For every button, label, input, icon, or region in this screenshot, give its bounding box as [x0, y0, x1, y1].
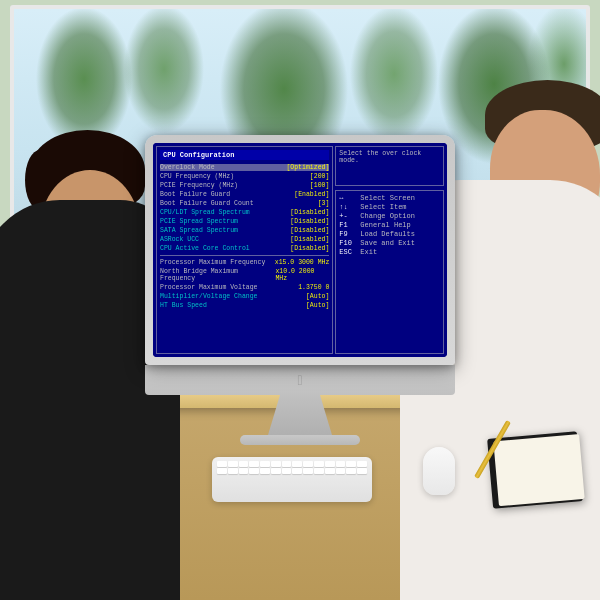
bios-info-box: Select the over clock mode. — [335, 146, 444, 186]
bios-row-cpuspread[interactable]: CPU/LDT Spread Spectrum [Disabled] — [160, 209, 329, 216]
bios-row-cpufreq[interactable]: CPU Frequency (MHz) [200] — [160, 173, 329, 180]
bios-label-procmaxfreq: Processor Maximum Frequency — [160, 259, 265, 266]
bios-left-panel: CPU Configuration Overclock Mode [Optimi… — [156, 146, 333, 354]
bios-row-pciespread[interactable]: PCIE Spread Spectrum [Disabled] — [160, 218, 329, 225]
key — [303, 461, 313, 467]
bios-label-multivolt: Multiplier/Voltage Change — [160, 293, 258, 300]
bios-row-corecontrol[interactable]: CPU Active Core Control [Disabled] — [160, 245, 329, 252]
keyboard-keys — [212, 457, 372, 478]
key — [260, 468, 270, 474]
help-desc-change: Change Option — [360, 212, 415, 220]
mouse — [423, 447, 455, 495]
help-key-arrows: ↔ — [339, 194, 357, 202]
key — [271, 468, 281, 474]
help-key-f9: F9 — [339, 230, 357, 238]
bios-row-voltage: Processor Maximum Voltage 1.3750 0 — [160, 284, 329, 291]
bios-value-northbridge: x10.0 2000 MHz — [275, 268, 329, 282]
bios-value-procmaxfreq: x15.0 3000 MHz — [275, 259, 330, 266]
imac-screen-outer: CPU Configuration Overclock Mode [Optimi… — [145, 135, 455, 365]
bios-value-sataspread: [Disabled] — [290, 227, 329, 234]
bios-row-bootguard[interactable]: Boot Failure Guard [Enabled] — [160, 191, 329, 198]
bios-value-pciespread: [Disabled] — [290, 218, 329, 225]
key — [228, 468, 238, 474]
bios-help-f10: F10 Save and Exit — [339, 239, 440, 247]
bios-row-overclock[interactable]: Overclock Mode [Optimized] — [160, 164, 329, 171]
key — [260, 461, 270, 467]
bios-label-cpufreq: CPU Frequency (MHz) — [160, 173, 234, 180]
key — [249, 468, 259, 474]
imac-chin:  — [145, 365, 455, 395]
key — [239, 461, 249, 467]
apple-logo-icon:  — [297, 372, 302, 388]
key — [239, 468, 249, 474]
bios-right-panel: Select the over clock mode. ↔ Select Scr… — [335, 146, 444, 354]
help-desc-f9: Load Defaults — [360, 230, 415, 238]
bios-display: CPU Configuration Overclock Mode [Optimi… — [153, 143, 447, 357]
help-key-f1: F1 — [339, 221, 357, 229]
key — [357, 468, 367, 474]
key — [325, 468, 335, 474]
key — [303, 468, 313, 474]
bios-row-sataspread[interactable]: SATA Spread Spectrum [Disabled] — [160, 227, 329, 234]
bios-value-bootguardcount: [3] — [318, 200, 330, 207]
bios-row-htbus[interactable]: HT Bus Speed [Auto] — [160, 302, 329, 309]
bios-label-cpuspread: CPU/LDT Spread Spectrum — [160, 209, 250, 216]
bios-help-select-screen: ↔ Select Screen — [339, 194, 440, 202]
bios-value-corecontrol: [Disabled] — [290, 245, 329, 252]
key — [217, 468, 227, 474]
key — [357, 461, 367, 467]
bios-label-asrockucc: ASRock UCC — [160, 236, 199, 243]
bios-label-overclock: Overclock Mode — [160, 164, 215, 171]
help-desc-esc: Exit — [360, 248, 377, 256]
bios-help-f9: F9 Load Defaults — [339, 230, 440, 238]
help-desc-select-item: Select Item — [360, 203, 406, 211]
bios-label-sataspread: SATA Spread Spectrum — [160, 227, 238, 234]
bios-row-bootguardcount[interactable]: Boot Failure Guard Count [3] — [160, 200, 329, 207]
bios-value-multivolt: [Auto] — [306, 293, 329, 300]
bios-value-voltage: 1.3750 0 — [298, 284, 329, 291]
bios-help-box: ↔ Select Screen ↑↓ Select Item +- Change… — [335, 190, 444, 354]
imac-base — [240, 435, 360, 445]
bios-value-htbus: [Auto] — [306, 302, 329, 309]
bios-value-overclock: [Optimized] — [286, 164, 329, 171]
help-key-plusminus: +- — [339, 212, 357, 220]
key — [271, 461, 281, 467]
help-desc-select-screen: Select Screen — [360, 194, 415, 202]
bios-label-corecontrol: CPU Active Core Control — [160, 245, 250, 252]
bios-label-pciefreq: PCIE Frequency (MHz) — [160, 182, 238, 189]
bios-row-asrockucc[interactable]: ASRock UCC [Disabled] — [160, 236, 329, 243]
imac-screen[interactable]: CPU Configuration Overclock Mode [Optimi… — [153, 143, 447, 357]
bios-label-bootguard: Boot Failure Guard — [160, 191, 230, 198]
bios-label-northbridge: North Bridge Maximum Frequency — [160, 268, 275, 282]
bios-row-northbridge: North Bridge Maximum Frequency x10.0 200… — [160, 268, 329, 282]
key — [292, 468, 302, 474]
bios-help-f1: F1 General Help — [339, 221, 440, 229]
help-key-f10: F10 — [339, 239, 357, 247]
bios-label-pciespread: PCIE Spread Spectrum — [160, 218, 238, 225]
bios-row-pciefreq[interactable]: PCIE Frequency (MHz) [100] — [160, 182, 329, 189]
notebook — [487, 431, 583, 509]
key — [336, 461, 346, 467]
bios-label-htbus: HT Bus Speed — [160, 302, 207, 309]
scene: CPU Configuration Overclock Mode [Optimi… — [0, 0, 600, 600]
bios-label-voltage: Processor Maximum Voltage — [160, 284, 258, 291]
key — [217, 461, 227, 467]
bios-label-bootguardcount: Boot Failure Guard Count — [160, 200, 254, 207]
bios-help-select-item: ↑↓ Select Item — [339, 203, 440, 211]
bios-help-change: +- Change Option — [339, 212, 440, 220]
bios-value-cpuspread: [Disabled] — [290, 209, 329, 216]
key — [282, 468, 292, 474]
key — [228, 461, 238, 467]
key — [292, 461, 302, 467]
bios-divider — [160, 255, 329, 256]
bios-help-esc: ESC Exit — [339, 248, 440, 256]
notebook-pages — [493, 434, 584, 506]
key — [314, 461, 324, 467]
bios-value-bootguard: [Enabled] — [294, 191, 329, 198]
key — [249, 461, 259, 467]
help-key-updown: ↑↓ — [339, 203, 357, 211]
bios-row-multivolt[interactable]: Multiplier/Voltage Change [Auto] — [160, 293, 329, 300]
key — [346, 461, 356, 467]
key — [325, 461, 335, 467]
help-desc-f10: Save and Exit — [360, 239, 415, 247]
